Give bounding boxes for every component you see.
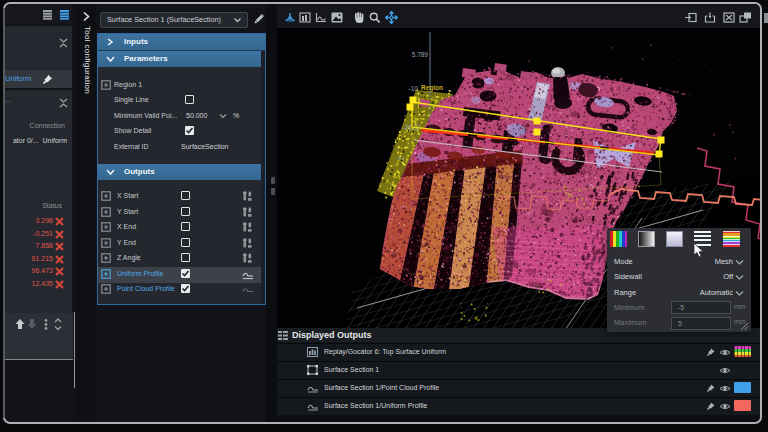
svg-text:-10: -10 bbox=[395, 155, 404, 161]
svg-text:5.789: 5.789 bbox=[412, 51, 429, 58]
svg-text:-10: -10 bbox=[409, 85, 419, 92]
svg-text:Region: Region bbox=[421, 84, 443, 92]
